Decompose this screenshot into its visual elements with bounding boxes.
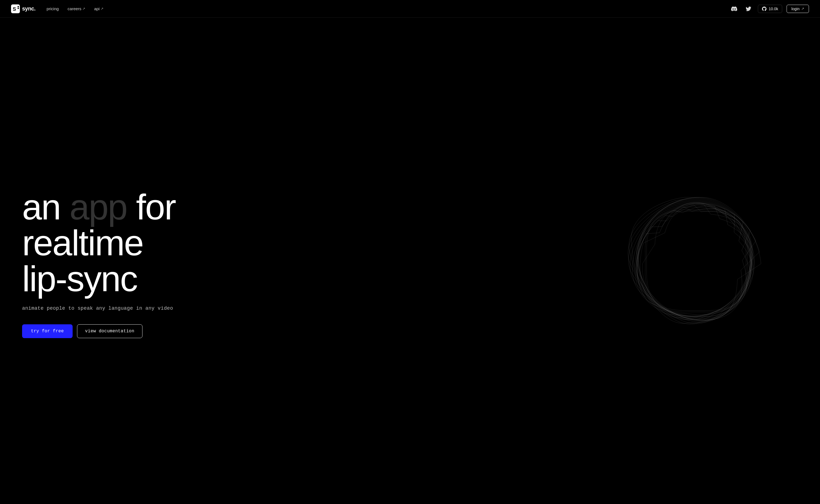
hero-title-pre: an bbox=[22, 187, 70, 227]
nav-item-careers[interactable]: careers ↗ bbox=[68, 6, 85, 11]
navbar: S sync. pricing careers ↗ api bbox=[0, 0, 820, 18]
discord-button[interactable] bbox=[729, 4, 739, 14]
twitter-button[interactable] bbox=[744, 4, 753, 14]
logo-icon: S bbox=[11, 4, 20, 13]
github-button[interactable]: 10.0k bbox=[758, 5, 782, 13]
waveform-svg: .wave-path { fill: none; stroke: rgba(20… bbox=[613, 178, 779, 344]
view-documentation-button[interactable]: view documentation bbox=[77, 324, 142, 338]
login-button[interactable]: login ↗ bbox=[787, 5, 809, 13]
login-label: login bbox=[791, 7, 800, 11]
nav-item-api[interactable]: api ↗ bbox=[94, 6, 104, 11]
hero-subtitle: animate people to speak any language in … bbox=[22, 306, 287, 311]
logo[interactable]: S sync. bbox=[11, 4, 36, 13]
nav-links: pricing careers ↗ api ↗ bbox=[47, 6, 104, 11]
twitter-icon bbox=[746, 6, 751, 12]
nav-link-careers[interactable]: careers ↗ bbox=[68, 6, 85, 11]
external-arrow-icon: ↗ bbox=[82, 7, 85, 11]
hero-section: .wave-path { fill: none; stroke: rgba(20… bbox=[0, 18, 820, 504]
hero-title: an app for realtime lip-sync bbox=[22, 189, 287, 297]
hero-title-line2: lip-sync bbox=[22, 259, 137, 299]
nav-item-pricing[interactable]: pricing bbox=[47, 6, 59, 11]
external-arrow-icon: ↗ bbox=[100, 7, 104, 11]
nav-link-pricing[interactable]: pricing bbox=[47, 6, 59, 11]
github-icon bbox=[762, 7, 766, 11]
nav-left: S sync. pricing careers ↗ api bbox=[11, 4, 104, 13]
svg-text:S: S bbox=[13, 6, 16, 12]
svg-point-3 bbox=[18, 7, 19, 9]
nav-link-api[interactable]: api ↗ bbox=[94, 6, 104, 11]
svg-point-2 bbox=[18, 6, 19, 7]
github-count: 10.0k bbox=[769, 7, 778, 11]
try-for-free-button[interactable]: try for free bbox=[22, 324, 73, 338]
nav-right: 10.0k login ↗ bbox=[729, 4, 809, 14]
hero-content: an app for realtime lip-sync animate peo… bbox=[22, 189, 287, 338]
discord-icon bbox=[731, 6, 737, 12]
logo-text: sync. bbox=[22, 6, 36, 12]
hero-buttons: try for free view documentation bbox=[22, 324, 287, 338]
login-arrow-icon: ↗ bbox=[801, 7, 804, 11]
hero-shape: .wave-path { fill: none; stroke: rgba(20… bbox=[613, 178, 779, 344]
hero-title-app: app bbox=[70, 187, 127, 227]
